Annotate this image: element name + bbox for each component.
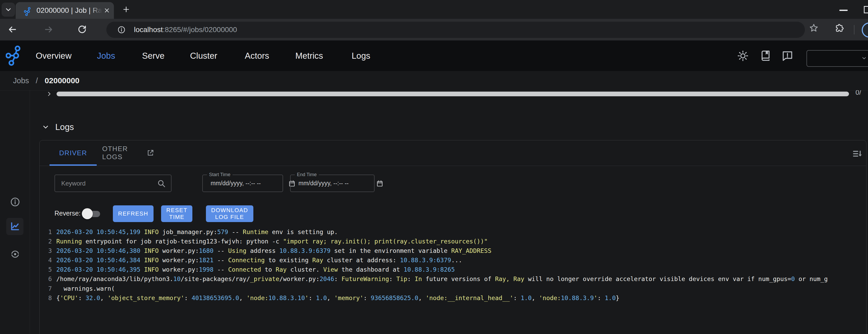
- ray-logo-icon: [6, 45, 25, 66]
- tab-other-logs[interactable]: OTHER LOGS: [102, 140, 154, 165]
- log-line: 42026-03-20 10:50:46,384 INFO worker.py:…: [40, 255, 863, 265]
- navbar-select-box[interactable]: [806, 50, 868, 67]
- browser-tab-active[interactable]: 02000000 | Job | Ray Das: [16, 2, 114, 19]
- tab-search-button[interactable]: [2, 3, 15, 17]
- nav-item-actors[interactable]: Actors: [245, 40, 269, 71]
- log-line: 2Running entrypoint for job ratjob-testi…: [40, 237, 863, 246]
- breadcrumb: Jobs / 02000000: [0, 71, 868, 90]
- toggle-knob: [82, 208, 93, 219]
- url-path: :8265/#/jobs/02000000: [163, 26, 237, 34]
- logs-section-title: Logs: [55, 122, 74, 132]
- end-time-label: End Time: [295, 172, 319, 177]
- keyword-input[interactable]: [61, 179, 157, 187]
- reverse-label: Reverse:: [55, 210, 81, 217]
- feedback-icon[interactable]: [781, 50, 794, 62]
- window-minimize-button[interactable]: [839, 10, 848, 11]
- end-time-input[interactable]: [298, 179, 376, 187]
- tab-other-logs-label: OTHER LOGS: [102, 145, 142, 161]
- profile-avatar[interactable]: [862, 23, 868, 37]
- external-link-icon: [147, 149, 154, 157]
- start-time-field[interactable]: Start Time: [202, 174, 283, 192]
- ray-favicon-icon: [24, 7, 32, 16]
- log-line: 7 warnings.warn(: [40, 284, 863, 293]
- nav-item-cluster[interactable]: Cluster: [190, 40, 217, 71]
- log-line: 8{'CPU': 32.0, 'object_store_memory': 40…: [40, 293, 863, 303]
- info-icon[interactable]: [10, 197, 20, 207]
- nav-item-jobs[interactable]: Jobs: [97, 40, 115, 71]
- url-host: localhost: [134, 26, 163, 34]
- horizontal-scrollbar-thumb[interactable]: [57, 91, 849, 96]
- reset-time-button[interactable]: RESET TIME: [161, 205, 192, 222]
- refresh-button[interactable]: REFRESH: [113, 205, 154, 222]
- job-detail-sidebar: [0, 90, 30, 334]
- forward-icon[interactable]: [44, 25, 54, 34]
- keyword-search-box[interactable]: [55, 174, 172, 192]
- window-maximize-button[interactable]: [864, 6, 868, 13]
- collapse-chevron-icon: [42, 123, 50, 131]
- breadcrumb-current: 02000000: [44, 76, 79, 85]
- nav-item-metrics[interactable]: Metrics: [295, 40, 323, 71]
- tab-title-fade: [90, 3, 104, 18]
- back-icon[interactable]: [7, 25, 17, 34]
- dashboard-navbar: Overview Jobs Serve Cluster Actors Metri…: [0, 40, 868, 71]
- log-line: 32026-03-20 10:50:46,380 INFO worker.py:…: [40, 246, 863, 255]
- calendar-icon[interactable]: [376, 180, 383, 187]
- line-chart-icon: [9, 221, 20, 232]
- new-tab-button[interactable]: [122, 5, 130, 13]
- chevron-right-icon[interactable]: [46, 90, 53, 97]
- start-time-label: Start Time: [207, 172, 232, 177]
- log-lines: 12026-03-20 10:50:45,199 INFO job_manage…: [40, 227, 863, 303]
- pagination-count: 0/: [856, 90, 868, 97]
- download-log-file-button[interactable]: DOWNLOAD LOG FILE: [206, 205, 253, 222]
- log-line: 6/home/ray/anaconda3/lib/python3.10/site…: [40, 274, 863, 284]
- url-text: localhost:8265/#/jobs/02000000: [134, 26, 237, 34]
- theme-sun-icon[interactable]: [737, 50, 749, 62]
- active-tab-indicator: [50, 164, 97, 166]
- toolbar-divider: [854, 25, 855, 34]
- log-tabs: DRIVER OTHER LOGS: [40, 140, 866, 166]
- bookmark-star-icon[interactable]: [809, 23, 819, 33]
- nav-item-serve[interactable]: Serve: [142, 40, 164, 71]
- charts-tab-active[interactable]: [6, 218, 24, 235]
- log-line: 52026-03-20 10:50:46,395 INFO worker.py:…: [40, 265, 863, 274]
- tab-driver[interactable]: DRIVER: [50, 140, 97, 165]
- breadcrumb-jobs-link[interactable]: Jobs: [13, 77, 29, 85]
- search-icon: [157, 179, 166, 188]
- site-info-icon[interactable]: [117, 26, 126, 34]
- browser-tabstrip: 02000000 | Job | Ray Das: [0, 0, 868, 19]
- browser-toolbar: localhost:8265/#/jobs/02000000: [0, 19, 868, 40]
- logs-section-header[interactable]: Logs: [42, 122, 74, 132]
- nav-item-overview[interactable]: Overview: [36, 40, 72, 71]
- chevron-down-icon: [861, 55, 867, 61]
- tab-close-icon[interactable]: [103, 7, 110, 14]
- extensions-icon[interactable]: [835, 24, 844, 33]
- breadcrumb-separator: /: [36, 77, 38, 85]
- track-scope-icon[interactable]: [10, 249, 20, 259]
- end-time-field[interactable]: End Time: [290, 174, 375, 192]
- start-time-input[interactable]: [210, 179, 288, 187]
- chevron-down-icon: [4, 6, 12, 13]
- log-order-icon[interactable]: [851, 148, 863, 160]
- ray-dashboard-window: 02000000 | Job | Ray Das localhost:8265/…: [0, 0, 868, 334]
- reload-icon[interactable]: [77, 25, 87, 34]
- reverse-toggle[interactable]: [82, 207, 102, 221]
- address-bar[interactable]: localhost:8265/#/jobs/02000000: [106, 22, 805, 38]
- nav-item-logs[interactable]: Logs: [352, 40, 370, 71]
- log-line: 12026-03-20 10:50:45,199 INFO job_manage…: [40, 227, 863, 237]
- logs-panel: DRIVER OTHER LOGS Start Time: [39, 140, 866, 334]
- docs-book-icon[interactable]: [760, 50, 772, 62]
